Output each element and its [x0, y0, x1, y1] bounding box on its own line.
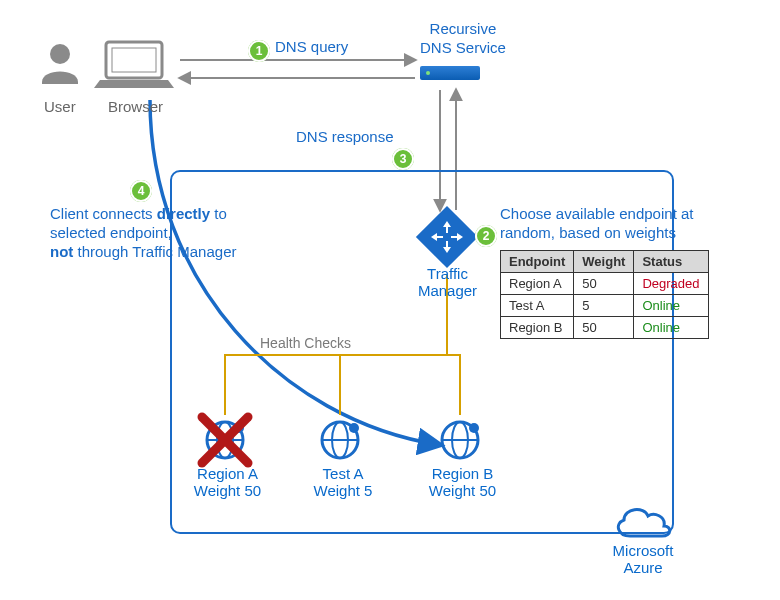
step-1-badge: 1 — [248, 40, 270, 62]
svg-rect-1 — [106, 42, 162, 78]
ep-b-name: Region B — [432, 465, 494, 482]
th-endpoint: Endpoint — [501, 251, 574, 273]
step-4-badge: 4 — [130, 180, 152, 202]
cell-endpoint: Region B — [501, 317, 574, 339]
ep-t-weight: Weight 5 — [314, 482, 373, 499]
endpoint-a-label: Region A Weight 50 — [190, 465, 265, 499]
diagram-root: User Browser Recursive DNS Service Traff… — [0, 0, 780, 600]
dns-device-icon — [420, 66, 480, 80]
health-checks-label: Health Checks — [260, 335, 351, 351]
cell-weight: 5 — [574, 295, 634, 317]
azure-l2: Azure — [623, 559, 662, 576]
table-row: Region A50Degraded — [501, 273, 709, 295]
svg-rect-2 — [112, 48, 156, 72]
endpoints-table: Endpoint Weight Status Region A50Degrade… — [500, 250, 709, 339]
laptop-icon — [94, 42, 174, 88]
dns-service-label: Recursive DNS Service — [420, 20, 506, 58]
cell-weight: 50 — [574, 273, 634, 295]
step-2-text: Choose available endpoint at random, bas… — [500, 205, 720, 243]
step4-p1: directly — [157, 205, 210, 222]
step4-p3: not — [50, 243, 73, 260]
step-3-text: DNS response — [296, 128, 394, 147]
step-1-text: DNS query — [275, 38, 348, 57]
cell-status: Online — [634, 317, 708, 339]
endpoint-b-label: Region B Weight 50 — [425, 465, 500, 499]
table-row: Region B50Online — [501, 317, 709, 339]
ep-a-name: Region A — [197, 465, 258, 482]
cell-endpoint: Region A — [501, 273, 574, 295]
th-status: Status — [634, 251, 708, 273]
cell-endpoint: Test A — [501, 295, 574, 317]
svg-point-0 — [50, 44, 70, 64]
azure-l1: Microsoft — [613, 542, 674, 559]
dns-line1: Recursive — [430, 20, 497, 37]
ep-a-weight: Weight 50 — [194, 482, 261, 499]
traffic-manager-label: Traffic Manager — [400, 265, 495, 299]
cell-status: Online — [634, 295, 708, 317]
user-label: User — [44, 98, 76, 115]
cell-status: Degraded — [634, 273, 708, 295]
step4-p4: through Traffic Manager — [73, 243, 236, 260]
cell-weight: 50 — [574, 317, 634, 339]
browser-label: Browser — [108, 98, 163, 115]
th-weight: Weight — [574, 251, 634, 273]
endpoint-testa-label: Test A Weight 5 — [308, 465, 378, 499]
ep-t-name: Test A — [323, 465, 364, 482]
azure-label: Microsoft Azure — [608, 542, 678, 576]
step-3-badge: 3 — [392, 148, 414, 170]
dns-line2: DNS Service — [420, 39, 506, 56]
step-2-badge: 2 — [475, 225, 497, 247]
ep-b-weight: Weight 50 — [429, 482, 496, 499]
step4-p0: Client connects — [50, 205, 157, 222]
step-4-text: Client connects directly to selected end… — [50, 205, 280, 261]
user-icon — [42, 44, 78, 84]
table-row: Test A5Online — [501, 295, 709, 317]
